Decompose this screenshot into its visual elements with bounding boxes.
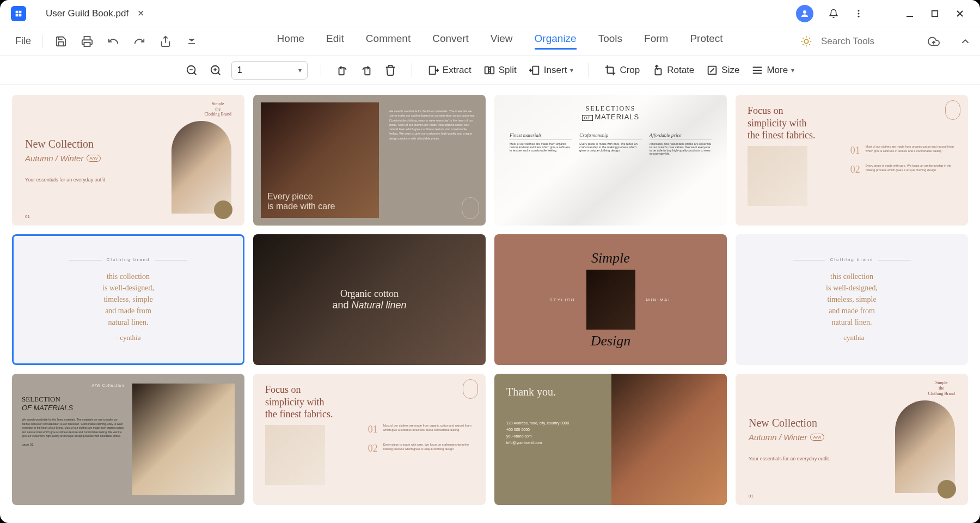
window-close-icon[interactable] <box>955 9 965 19</box>
undo-icon[interactable] <box>106 34 121 49</box>
zoom-in-button[interactable] <box>207 61 224 80</box>
title-bar: User Guild Book.pdf ✕ <box>0 0 980 27</box>
tab-protect[interactable]: Protect <box>690 33 722 50</box>
chevron-down-icon: ▾ <box>298 66 302 74</box>
page-thumbnail-3[interactable]: SELECTIONS OFMATERIALS Finest materialsM… <box>494 95 727 226</box>
model-image <box>586 270 635 330</box>
zoom-out-button[interactable] <box>183 61 200 80</box>
window-maximize-icon[interactable] <box>930 9 940 19</box>
extract-button[interactable]: Extract <box>425 61 474 80</box>
tab-edit[interactable]: Edit <box>326 33 344 50</box>
chevron-down-icon: ▾ <box>570 66 573 74</box>
window-minimize-icon[interactable] <box>905 9 915 19</box>
page-thumbnail-12[interactable]: Simple the Clothing Brand New Collection… <box>736 374 968 504</box>
document-tab-label: User Guild Book.pdf <box>46 8 128 19</box>
page-thumbnail-10[interactable]: Focus on simplicity with the finest fabr… <box>253 374 486 504</box>
organize-toolbar: 1 ▾ Extract Split Insert▾ Crop Rotate Si… <box>0 56 980 85</box>
tab-home[interactable]: Home <box>277 33 304 50</box>
svg-rect-15 <box>532 66 538 74</box>
rotate-left-button[interactable] <box>334 61 351 80</box>
kebab-menu-icon[interactable] <box>854 9 863 19</box>
svg-rect-6 <box>84 42 90 46</box>
collapse-ribbon-icon[interactable] <box>959 35 971 47</box>
cloud-upload-icon[interactable] <box>928 35 940 47</box>
divider <box>589 63 589 77</box>
save-icon[interactable] <box>53 34 69 49</box>
notification-bell-icon[interactable] <box>829 9 838 19</box>
svg-point-3 <box>858 15 860 17</box>
model-image <box>611 374 727 504</box>
svg-rect-13 <box>485 66 488 74</box>
svg-rect-5 <box>932 10 938 16</box>
page-thumbnail-1[interactable]: Simple the Clothing Brand New Collection… <box>12 95 244 226</box>
svg-point-1 <box>858 10 860 11</box>
tab-comment[interactable]: Comment <box>366 33 411 50</box>
page-thumbnail-2[interactable]: Every pieceis made with care We search w… <box>253 95 486 226</box>
model-image <box>132 384 235 495</box>
page-number-select[interactable]: 1 ▾ <box>231 61 308 80</box>
search-tools-input[interactable] <box>821 36 908 47</box>
rotate-button[interactable]: Rotate <box>650 61 696 80</box>
quick-access-dropdown-icon[interactable] <box>184 34 199 49</box>
divider <box>412 63 412 77</box>
insert-button[interactable]: Insert▾ <box>526 61 576 80</box>
main-tabs: Home Edit Comment Convert View Organize … <box>277 33 722 50</box>
page-thumbnail-11[interactable]: Thank you. 123 Address, road, city, coun… <box>494 374 727 504</box>
user-avatar[interactable] <box>796 5 813 22</box>
stamp-icon <box>945 100 960 120</box>
page-thumbnail-7[interactable]: Simple STYLISH MINIMAL Design <box>494 234 727 365</box>
split-button[interactable]: Split <box>481 61 519 80</box>
tab-organize[interactable]: Organize <box>535 33 577 50</box>
close-tab-icon[interactable]: ✕ <box>137 8 144 19</box>
page-thumbnail-9[interactable]: A/W Collection SELECTION OF MATERIALS We… <box>12 374 244 504</box>
model-image <box>171 121 231 214</box>
svg-rect-14 <box>491 66 494 74</box>
page-thumbnail-8[interactable]: Clothing brand this collection is well-d… <box>736 234 968 365</box>
menu-bar: File Home Edit Comment Convert View Orga… <box>0 27 980 56</box>
model-image: Every pieceis made with care <box>261 102 379 218</box>
divider <box>321 63 321 77</box>
page-thumbnail-4[interactable]: Focus on simplicity with the finest fabr… <box>736 95 968 226</box>
delete-page-button[interactable] <box>382 61 399 80</box>
redo-icon[interactable] <box>132 34 147 49</box>
model-image <box>265 425 325 485</box>
more-button[interactable]: More▾ <box>749 61 797 80</box>
ai-assistant-icon[interactable] <box>800 35 812 47</box>
svg-rect-12 <box>430 66 436 74</box>
svg-point-0 <box>803 10 806 14</box>
rotate-right-button[interactable] <box>358 61 375 80</box>
file-menu[interactable]: File <box>9 35 38 47</box>
crop-button[interactable]: Crop <box>602 61 642 80</box>
stamp-icon <box>463 379 478 399</box>
tab-convert[interactable]: Convert <box>432 33 469 50</box>
page-thumbnail-5[interactable]: Clothing brand this collection is well-d… <box>12 234 244 365</box>
page-thumbnail-6[interactable]: Organic cotton and Natural linen <box>253 234 486 365</box>
stamp-icon <box>462 197 479 219</box>
size-button[interactable]: Size <box>704 61 742 80</box>
page-grid-area: Simple the Clothing Brand New Collection… <box>0 85 980 523</box>
chevron-down-icon: ▾ <box>791 66 794 74</box>
app-logo <box>11 6 26 21</box>
svg-rect-4 <box>906 16 913 17</box>
document-tab[interactable]: User Guild Book.pdf ✕ <box>37 0 153 27</box>
tab-form[interactable]: Form <box>644 33 668 50</box>
print-icon[interactable] <box>79 34 95 49</box>
svg-point-2 <box>858 13 860 14</box>
tab-tools[interactable]: Tools <box>598 33 622 50</box>
model-image <box>895 400 955 493</box>
page-number-value: 1 <box>237 65 242 75</box>
share-icon[interactable] <box>158 34 173 49</box>
tab-view[interactable]: View <box>491 33 513 50</box>
divider <box>42 35 42 48</box>
model-image <box>748 146 807 206</box>
svg-point-7 <box>804 39 808 43</box>
